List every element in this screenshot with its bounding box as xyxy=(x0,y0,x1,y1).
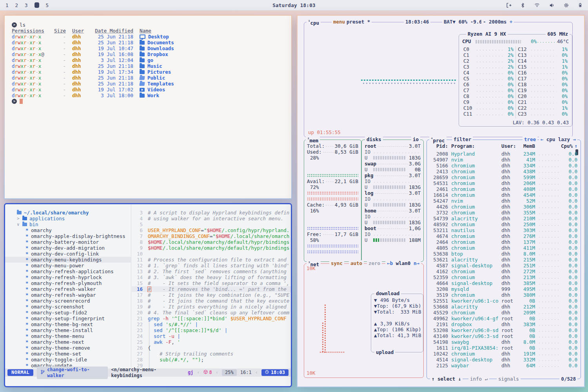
process-row[interactable]: 2125waybardhh64M........0.0 xyxy=(430,363,577,368)
tree-item[interactable]: *omarchy-setup-fido2 xyxy=(5,310,131,316)
code-line[interactable]: 22│ sed 's/#.*//' | xyxy=(132,321,291,327)
disks-box-title[interactable]: disks xyxy=(365,136,383,142)
process-row[interactable]: 54907nvimdhh41M........0.0 xyxy=(430,157,577,163)
cpu-box-title[interactable]: ¹cpu xyxy=(307,19,321,26)
code-line[interactable]: 17# - It joins the key combination (e.g.… xyxy=(132,292,291,298)
code-line[interactable]: 18# - It joins the command that the key … xyxy=(132,298,291,304)
process-row[interactable]: 52551kworker/u96:1-coroot0B........0.0 xyxy=(430,298,577,304)
process-row[interactable]: 53668alacrittydhh212M........0.0 xyxy=(430,304,577,310)
tree-item[interactable]: *omarchy-refresh-applications xyxy=(5,269,131,274)
code-line[interactable]: 20# 4. The final `sed` cleans up any lef… xyxy=(132,310,291,316)
process-row[interactable]: 3519chromiumdhh380M........0.0 xyxy=(430,292,577,298)
tree-item[interactable]: *omarchy-refresh-hyprlock xyxy=(5,274,131,280)
tree-item[interactable]: *omarchy-battery-monitor xyxy=(5,239,131,245)
process-row[interactable]: 4426chromiumdhh306M........0.0 xyxy=(430,204,577,210)
process-row[interactable]: 53638btopdhh8.0M........0.0 xyxy=(430,251,577,257)
tree-item[interactable]: *omarchy-refresh-waybar xyxy=(5,292,131,298)
sync-button[interactable]: sync xyxy=(329,260,344,266)
process-row[interactable]: 53208kworker/u96:0-sdroot0B........0.0 xyxy=(430,327,577,333)
tree-item[interactable]: *omarchy-dev-config-link xyxy=(5,251,131,257)
code-line[interactable]: 19# - It prints everything in a nicely a… xyxy=(132,304,291,310)
process-row[interactable]: 4514signal-desktopdhh332M........0.0 xyxy=(430,357,577,363)
battery-icon[interactable] xyxy=(578,2,583,8)
tree-item[interactable]: *omarchy-toggle-idle xyxy=(5,357,131,363)
code-line[interactable]: 10 xyxy=(132,251,291,257)
tree-item[interactable]: *omarchy-theme-menu xyxy=(5,333,131,339)
col-program[interactable]: Program: xyxy=(451,143,501,149)
info-control[interactable]: info ↵ xyxy=(468,376,489,382)
process-row[interactable]: 3732chromiumdhh355M........0.0 xyxy=(430,210,577,216)
process-row[interactable]: 2413chromiumdhh438M........0.0 xyxy=(430,169,577,174)
update-interval[interactable]: - 2000ms + xyxy=(481,19,514,25)
select-control[interactable]: ↑ select ↓ xyxy=(430,376,463,382)
process-row[interactable]: 49962kworker/u96:4-gfroot0B........0.0 xyxy=(430,316,577,321)
bluetooth-icon[interactable] xyxy=(520,2,525,8)
tree-item[interactable]: *omarchy-menu-power xyxy=(5,263,131,269)
tree-item[interactable]: *omarchy-dev-add-migration xyxy=(5,245,131,251)
tree-item[interactable]: *omarchy xyxy=(5,227,131,233)
git-branch-badge[interactable]: change-wofi-to-walker xyxy=(37,367,107,379)
process-row[interactable]: 43140kworker/u96:3-sdroot0B........0.0 xyxy=(430,333,577,339)
process-row[interactable]: 28659chromiumdhh599M........0.0 xyxy=(430,174,577,180)
process-row[interactable]: 1611irq/81-PIXA3854:root0B........0.0 xyxy=(430,345,577,351)
process-row[interactable]: 53621alacrittydhh215M........0.0 xyxy=(430,257,577,263)
process-row[interactable]: 3208mysqld999495M........0.0 xyxy=(430,286,577,292)
process-row[interactable]: 54531chromiumdhh206M........0.0 xyxy=(430,180,577,186)
code-line[interactable]: 9$HOME/.local/share/omarchy/default/hypr… xyxy=(132,245,291,251)
process-row[interactable]: 45529chromiumdhh209M........0.0 xyxy=(430,310,577,316)
tree-item[interactable]: *omarchy-screenshot xyxy=(5,304,131,310)
mem-box-title[interactable]: ²mem xyxy=(306,136,320,143)
col-user[interactable]: User: xyxy=(501,143,519,149)
tree-item[interactable]: *omarchy-theme-next xyxy=(5,339,131,345)
tree-item[interactable]: ∨bin xyxy=(5,221,131,227)
code-line[interactable]: 24│ sort -u | xyxy=(132,333,291,339)
tree-item[interactable]: *omarchy-theme-bg-next xyxy=(5,321,131,327)
tree-item[interactable]: *omarchy-refresh-walker xyxy=(5,286,131,292)
preset-button[interactable]: preset * xyxy=(345,19,372,25)
logout-icon[interactable] xyxy=(506,2,512,8)
code-line[interactable]: 4# using walker for an interactive searc… xyxy=(132,216,291,221)
code-line[interactable]: 13# 2. The first `sed` removes comments … xyxy=(132,269,291,274)
process-row[interactable]: 2191dropboxdhh383M........0.0 xyxy=(430,321,577,327)
code-line[interactable]: 16# - It removes the 'bind... =' part fr… xyxy=(132,286,291,292)
code-line[interactable]: 7OMARCHY_BINDINGS_CONF="$HOME/.local/sha… xyxy=(132,233,291,239)
process-row[interactable]: 54198swaybgdhh8.0M........0.0 xyxy=(430,339,577,345)
process-row[interactable]: 54739alacrittydhh210M........0.0 xyxy=(430,216,577,221)
signals-control[interactable]: signals xyxy=(497,376,521,382)
sort-selector[interactable]: ← cpu lazy → xyxy=(539,136,577,142)
proc-box-title[interactable]: ⁴proc xyxy=(429,136,446,143)
code-line[interactable]: 25│ awk -F, ' xyxy=(132,339,291,345)
col-cpu[interactable]: Cpu% xyxy=(561,143,573,149)
process-row[interactable]: 5166chromiumdhh334M........0.0 xyxy=(430,163,577,169)
code-line[interactable]: 5 xyxy=(132,221,291,227)
code-line[interactable]: 6USER_HYPRLAND_CONF="$HOME/.config/hypr/… xyxy=(132,227,291,233)
code-line[interactable]: 12# 1. `grep` finds all lines starting w… xyxy=(132,263,291,269)
code-line[interactable]: 26{ xyxy=(132,345,291,351)
tree-item[interactable]: *omarchy-refresh-plymouth xyxy=(5,280,131,286)
code-line[interactable]: 15# - It sets the field separator to a c… xyxy=(132,280,291,286)
process-row[interactable]: 2464chromiumdhh137M........0.0 xyxy=(430,239,577,245)
tree-item[interactable]: *omarchy-theme-set xyxy=(5,351,131,357)
prompt-line-2[interactable] xyxy=(12,98,284,104)
col-memb[interactable]: MemB xyxy=(519,143,535,149)
tree-item[interactable]: *omarchy-menu-keybindings xyxy=(5,257,131,263)
code-line[interactable]: 23│ sed '/^[[:space:]]*$/d' | xyxy=(132,327,291,333)
process-row[interactable]: 48592chromiumdhh250M........0.0 xyxy=(430,221,577,227)
filter-button[interactable]: filter xyxy=(452,136,473,142)
io-toggle[interactable]: io xyxy=(411,136,420,142)
workspace-5[interactable]: 5 xyxy=(46,2,49,8)
code-line[interactable]: 28│ sub(/#.*/, ""); xyxy=(132,357,291,363)
code-line[interactable]: 3# A script to display Hyprland keybindi… xyxy=(132,210,291,216)
tree-item[interactable]: *omarchy-theme-install xyxy=(5,327,131,333)
process-row[interactable]: 4664signal-desktopdhh385M........0.0 xyxy=(430,280,577,286)
tree-item[interactable]: *omarchy-screenrecord xyxy=(5,298,131,304)
tree-item[interactable]: >applications xyxy=(5,216,131,221)
zero-button[interactable]: zero xyxy=(367,260,382,266)
code-line[interactable]: 11# Process the configuration file to ex… xyxy=(132,257,291,263)
interface-switcher[interactable]: ←b wlan0 n→ xyxy=(385,260,421,266)
tree-arrow-icon[interactable]: ∨ xyxy=(17,221,22,227)
process-row[interactable]: 54247nvimdhh52M........0.0 xyxy=(430,198,577,204)
process-row[interactable]: 4162chromiumdhh272M........0.0 xyxy=(430,269,577,274)
code-line[interactable]: 8$HOME/.local/share/omarchy/default/hypr… xyxy=(132,239,291,245)
sort-direction-icon[interactable]: ↑ xyxy=(573,143,577,149)
